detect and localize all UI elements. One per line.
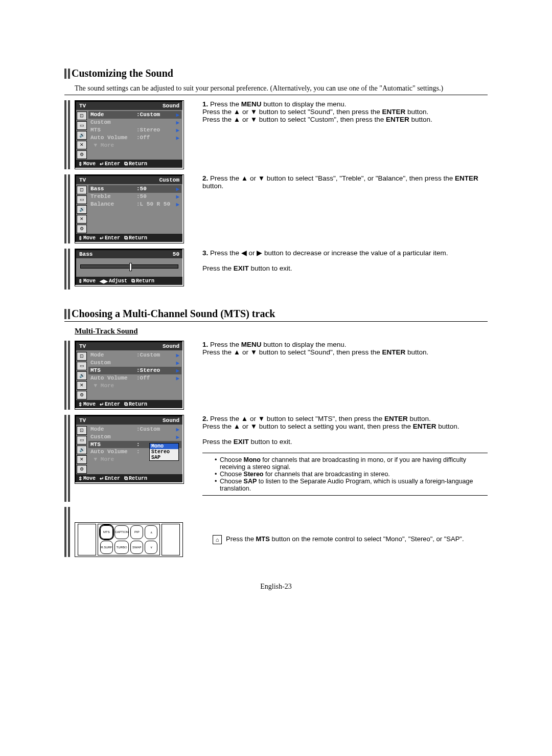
arrow-right-icon: ▶ <box>174 127 179 134</box>
sound-icon: 🔊 <box>77 205 87 214</box>
return-icon: ⧉ <box>124 235 128 241</box>
step-2: 2. Press the ▲ or ▼ button to select "Ba… <box>202 174 488 190</box>
sliders-icon: ⚙ <box>77 150 87 159</box>
osd-item-more: ▼ More <box>88 142 181 149</box>
remote-mts-note: ⌂ Press the MTS button on the remote con… <box>202 535 488 544</box>
step-b1: 1. Press the MENU button to display the … <box>202 341 488 356</box>
arrow-right-icon: ▶ <box>174 193 179 200</box>
section-header: Customizing the Sound <box>64 68 488 79</box>
remote-diagram: MTS CAPTION PIP ∧ R.SURF TURBO SWAP ∨ <box>75 522 183 557</box>
osd-item-balance: Balance : L 50 R 50 ▶ <box>88 201 181 208</box>
slider-value: 50 <box>173 251 179 257</box>
osd-item-mts: MTS : Stereo ▶ <box>88 126 181 134</box>
picture-icon: ⊡ <box>77 186 87 194</box>
arrow-right-icon: ▶ <box>174 186 179 192</box>
setup-icon: ✕ <box>77 381 87 390</box>
osd-tv-label: TV <box>79 177 86 183</box>
remote-ch-up-button: ∧ <box>145 525 157 539</box>
osd-menu-title: Custom <box>159 177 179 183</box>
osd-item-treble: Treble : 50 ▶ <box>88 193 181 201</box>
enter-icon: ↵ <box>100 235 104 241</box>
mts-submenu: Mono Stereo SAP <box>149 443 179 461</box>
osd-custom-menu: TV Custom ⊡ ▭ 🔊 ✕ ⚙ Bass : <box>75 174 184 243</box>
osd-sound-menu: TVSound ⊡ ▭ 🔊 ✕ ⚙ Mode: Custom▶ Custom▶ … <box>75 341 184 410</box>
tv-icon: ▭ <box>77 195 87 204</box>
tv-icon: ▭ <box>77 121 87 130</box>
osd-item-autovolume: Auto Volume: Off▶ <box>88 374 181 382</box>
move-icon: ⇕ <box>78 278 82 284</box>
remote-caption-button: CAPTION <box>114 525 129 539</box>
setup-icon: ✕ <box>77 455 87 464</box>
tv-icon: ▭ <box>77 436 87 444</box>
move-icon: ⇕ <box>78 235 82 241</box>
osd-item-custom: Custom ▶ <box>88 119 181 126</box>
arrow-right-icon: ▶ <box>174 119 179 126</box>
setup-icon: ✕ <box>77 141 87 149</box>
step-3: 3. Press the ◀ or ▶ button to decrease o… <box>202 249 488 272</box>
mts-option-sap: SAP <box>150 455 178 460</box>
step-b2: 2. Press the ▲ or ▼ button to select "MT… <box>202 415 488 446</box>
remote-mts-button: MTS <box>100 525 113 539</box>
section-title: Choosing a Multi-Channel Sound (MTS) tra… <box>72 308 275 320</box>
arrow-right-icon: ▶ <box>174 201 179 208</box>
setup-icon: ✕ <box>77 215 87 224</box>
move-icon: ⇕ <box>78 161 82 167</box>
osd-tv-label: TV <box>79 103 86 109</box>
osd-bass-slider: Bass 50 ⇕Move ◀▶Adjust ⧉Return <box>75 249 184 286</box>
picture-icon: ⊡ <box>77 426 87 435</box>
remote-rsurf-button: R.SURF <box>100 541 113 554</box>
slider-track <box>80 264 178 269</box>
osd-sidebar-icons: ⊡ ▭ 🔊 ✕ ⚙ <box>76 184 87 234</box>
section-title: Customizing the Sound <box>72 68 173 79</box>
sliders-icon: ⚙ <box>77 391 87 399</box>
osd-sidebar-icons: ⊡ ▭ 🔊 ✕ ⚙ <box>76 110 87 160</box>
osd-item-mode: Mode: Custom▶ <box>88 426 181 433</box>
mts-notes: •Choose Mono for channels that are broad… <box>202 453 488 496</box>
mts-option-mono: Mono <box>150 443 178 449</box>
osd-menu-title: Sound <box>163 103 179 109</box>
return-icon: ⧉ <box>131 278 135 284</box>
page-number: English-23 <box>64 583 488 591</box>
sound-icon: 🔊 <box>77 371 87 380</box>
remote-tip-icon: ⌂ <box>213 535 222 544</box>
slider-thumb <box>129 263 132 271</box>
osd-item-bass: Bass : 50 ▶ <box>88 185 181 193</box>
osd-item-custom: Custom▶ <box>88 359 181 367</box>
mts-option-stereo: Stereo <box>150 449 178 455</box>
sliders-icon: ⚙ <box>77 465 87 474</box>
osd-item-mode: Mode: Custom▶ <box>88 351 181 359</box>
remote-pip-button: PIP <box>130 525 143 539</box>
enter-icon: ↵ <box>100 161 104 167</box>
sliders-icon: ⚙ <box>77 225 87 233</box>
step-1: 1. Press the MENU button to display the … <box>202 100 488 123</box>
picture-icon: ⊡ <box>77 112 87 120</box>
section-desc: The sound settings can be adjusted to su… <box>64 82 488 95</box>
osd-sound-menu: TV Sound ⊡ ▭ 🔊 ✕ ⚙ Mode : <box>75 100 184 169</box>
osd-sound-menu-mts-open: TVSound ⊡ ▭ 🔊 ✕ ⚙ Mode: Custom▶ Custom▶ … <box>75 415 184 484</box>
remote-ch-down-button: ∨ <box>145 541 157 554</box>
osd-item-custom: Custom▶ <box>88 433 181 441</box>
osd-item-autovolume: Auto Volume : Off ▶ <box>88 134 181 142</box>
subsection-title: Multi-Track Sound <box>75 327 488 336</box>
picture-icon: ⊡ <box>77 352 87 361</box>
sound-icon: 🔊 <box>77 131 87 140</box>
osd-item-mode: Mode : Custom ▶ <box>88 111 181 119</box>
arrow-right-icon: ▶ <box>174 112 179 118</box>
tv-icon: ▭ <box>77 362 87 370</box>
osd-item-more: ▼ More <box>88 382 181 389</box>
section-header: Choosing a Multi-Channel Sound (MTS) tra… <box>64 308 488 320</box>
adjust-icon: ◀▶ <box>100 278 108 284</box>
remote-turbo-button: TURBO <box>114 541 129 554</box>
arrow-right-icon: ▶ <box>174 135 179 141</box>
slider-name: Bass <box>79 251 93 257</box>
osd-item-mts: MTS: Stereo▶ <box>88 367 181 374</box>
remote-swap-button: SWAP <box>130 541 143 554</box>
return-icon: ⧉ <box>124 161 128 167</box>
sound-icon: 🔊 <box>77 446 87 454</box>
